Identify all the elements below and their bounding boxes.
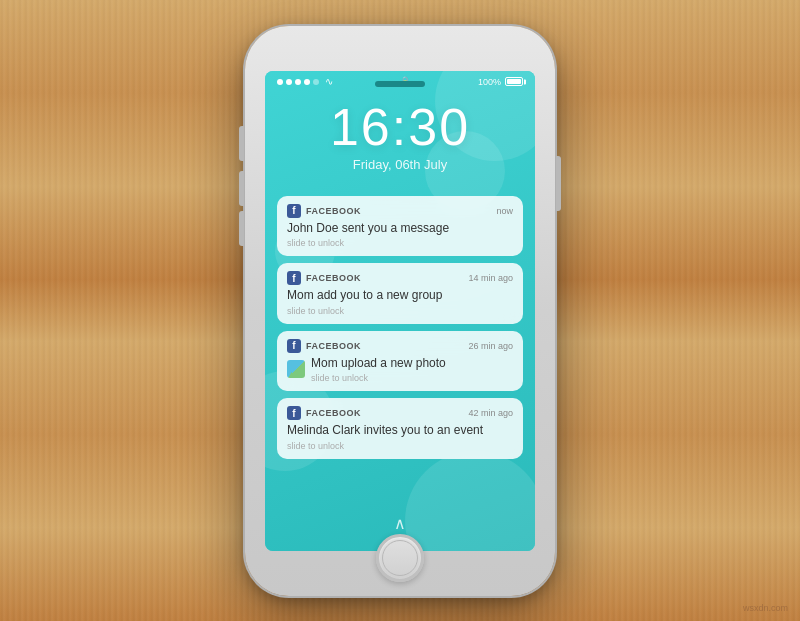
- notif-3-title: Mom upload a new photo: [311, 356, 446, 372]
- notif-4-time: 42 min ago: [468, 408, 513, 418]
- notif-1-header: f FACEBOOK now: [287, 204, 513, 218]
- clock-time: 16:30: [265, 101, 535, 153]
- notif-1-sub: slide to unlock: [287, 238, 513, 248]
- time-display: 16:30 Friday, 06th July: [265, 101, 535, 172]
- photo-thumbnail-icon: [287, 360, 305, 378]
- notif-4-header: f FACEBOOK 42 min ago: [287, 406, 513, 420]
- notif-4-sub: slide to unlock: [287, 441, 513, 451]
- battery-icon: [505, 77, 523, 86]
- signal-dot-5: [313, 79, 319, 85]
- battery-percentage: 100%: [478, 77, 501, 87]
- notif-2-time: 14 min ago: [468, 273, 513, 283]
- phone-screen: ∿ 🔒 100% 16:30 Friday, 06th July: [265, 71, 535, 551]
- notif-3-time: 26 min ago: [468, 341, 513, 351]
- phone-shell: ∿ 🔒 100% 16:30 Friday, 06th July: [245, 26, 555, 596]
- signal-dot-3: [295, 79, 301, 85]
- notifications-list: f FACEBOOK now John Doe sent you a messa…: [277, 196, 523, 459]
- signal-dot-2: [286, 79, 292, 85]
- notification-3[interactable]: f FACEBOOK 26 min ago Mom upload a new p…: [277, 331, 523, 392]
- swipe-up-indicator: ∧: [394, 514, 406, 533]
- facebook-icon-3: f: [287, 339, 301, 353]
- watermark: wsxdn.com: [743, 603, 788, 613]
- notif-2-sub: slide to unlock: [287, 306, 513, 316]
- notif-3-appname: FACEBOOK: [306, 341, 361, 351]
- facebook-icon-1: f: [287, 204, 301, 218]
- notification-1[interactable]: f FACEBOOK now John Doe sent you a messa…: [277, 196, 523, 257]
- home-button-inner: [382, 540, 418, 576]
- clock-date: Friday, 06th July: [265, 157, 535, 172]
- notif-2-appname: FACEBOOK: [306, 273, 361, 283]
- notif-4-appname: FACEBOOK: [306, 408, 361, 418]
- wifi-icon: ∿: [325, 76, 333, 87]
- facebook-icon-4: f: [287, 406, 301, 420]
- notif-1-appname: FACEBOOK: [306, 206, 361, 216]
- notification-4[interactable]: f FACEBOOK 42 min ago Melinda Clark invi…: [277, 398, 523, 459]
- notif-3-sub: slide to unlock: [311, 373, 446, 383]
- battery-area: 100%: [478, 77, 523, 87]
- notif-2-header: f FACEBOOK 14 min ago: [287, 271, 513, 285]
- battery-fill: [507, 79, 521, 84]
- home-button[interactable]: [376, 534, 424, 582]
- notif-2-app: f FACEBOOK: [287, 271, 361, 285]
- notif-2-title: Mom add you to a new group: [287, 288, 513, 304]
- speaker: [375, 81, 425, 87]
- notification-2[interactable]: f FACEBOOK 14 min ago Mom add you to a n…: [277, 263, 523, 324]
- signal-dot-1: [277, 79, 283, 85]
- notif-1-time: now: [496, 206, 513, 216]
- signal-dot-4: [304, 79, 310, 85]
- facebook-icon-2: f: [287, 271, 301, 285]
- notif-4-app: f FACEBOOK: [287, 406, 361, 420]
- notif-3-header: f FACEBOOK 26 min ago: [287, 339, 513, 353]
- notif-3-app: f FACEBOOK: [287, 339, 361, 353]
- notif-4-title: Melinda Clark invites you to an event: [287, 423, 513, 439]
- signal-area: ∿: [277, 76, 333, 87]
- notif-1-app: f FACEBOOK: [287, 204, 361, 218]
- notif-1-title: John Doe sent you a message: [287, 221, 513, 237]
